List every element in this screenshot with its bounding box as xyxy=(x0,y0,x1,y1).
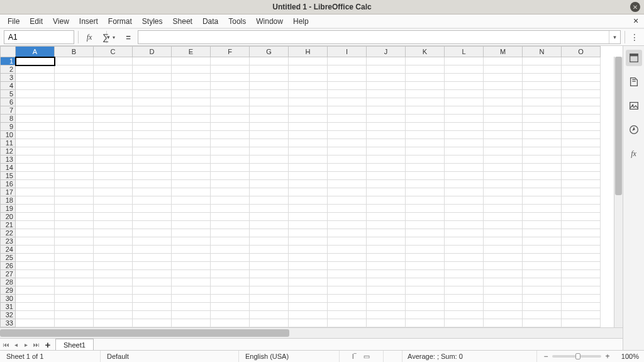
cell-E14[interactable] xyxy=(172,164,211,172)
cell-O23[interactable] xyxy=(562,237,601,246)
cell-C12[interactable] xyxy=(94,147,133,156)
status-selection-summary[interactable]: Average: ; Sum: 0 xyxy=(402,351,537,362)
cell-I25[interactable] xyxy=(328,254,367,262)
row-header-5[interactable]: 5 xyxy=(1,90,16,98)
cell-M17[interactable] xyxy=(484,188,523,196)
cell-J15[interactable] xyxy=(367,172,406,180)
spreadsheet-grid[interactable]: ABCDEFGHIJKLMNO1234567891011121314151617… xyxy=(0,46,623,327)
cell-J11[interactable] xyxy=(367,139,406,147)
cell-G3[interactable] xyxy=(250,74,289,82)
row-header-16[interactable]: 16 xyxy=(1,180,16,188)
cell-B3[interactable] xyxy=(55,74,94,82)
cell-K10[interactable] xyxy=(406,131,445,139)
cell-K16[interactable] xyxy=(406,180,445,188)
cell-G27[interactable] xyxy=(250,270,289,278)
cell-D28[interactable] xyxy=(133,278,172,286)
cell-K26[interactable] xyxy=(406,262,445,270)
cell-H28[interactable] xyxy=(289,278,328,286)
cell-L15[interactable] xyxy=(445,172,484,180)
cell-O8[interactable] xyxy=(562,115,601,123)
cell-H30[interactable] xyxy=(289,295,328,303)
cell-J17[interactable] xyxy=(367,188,406,196)
cell-G7[interactable] xyxy=(250,106,289,115)
cell-F24[interactable] xyxy=(211,246,250,254)
cell-N22[interactable] xyxy=(523,229,562,237)
cell-A28[interactable] xyxy=(16,278,55,286)
cell-E9[interactable] xyxy=(172,123,211,131)
cell-J5[interactable] xyxy=(367,90,406,98)
row-header-28[interactable]: 28 xyxy=(1,278,16,286)
cell-J32[interactable] xyxy=(367,311,406,319)
cell-B18[interactable] xyxy=(55,196,94,205)
cell-E5[interactable] xyxy=(172,90,211,98)
cell-O21[interactable] xyxy=(562,221,601,229)
cell-H21[interactable] xyxy=(289,221,328,229)
cell-J19[interactable] xyxy=(367,205,406,213)
cell-F1[interactable] xyxy=(211,57,250,65)
cell-A10[interactable] xyxy=(16,131,55,139)
cell-O30[interactable] xyxy=(562,295,601,303)
cell-L31[interactable] xyxy=(445,303,484,311)
cell-H8[interactable] xyxy=(289,115,328,123)
cell-L4[interactable] xyxy=(445,82,484,90)
cell-H12[interactable] xyxy=(289,147,328,156)
zoom-percentage[interactable]: 100% xyxy=(616,353,644,360)
cell-F33[interactable] xyxy=(211,319,250,327)
cell-J2[interactable] xyxy=(367,65,406,74)
cell-N15[interactable] xyxy=(523,172,562,180)
cell-K5[interactable] xyxy=(406,90,445,98)
cell-L18[interactable] xyxy=(445,196,484,205)
cell-D33[interactable] xyxy=(133,319,172,327)
column-header-N[interactable]: N xyxy=(523,47,562,57)
cell-E10[interactable] xyxy=(172,131,211,139)
cell-F11[interactable] xyxy=(211,139,250,147)
cell-D9[interactable] xyxy=(133,123,172,131)
tab-nav-last[interactable]: ⏭ xyxy=(31,340,41,349)
cell-A22[interactable] xyxy=(16,229,55,237)
cell-K6[interactable] xyxy=(406,98,445,106)
cell-H10[interactable] xyxy=(289,131,328,139)
cell-I29[interactable] xyxy=(328,286,367,295)
cell-I26[interactable] xyxy=(328,262,367,270)
cell-H2[interactable] xyxy=(289,65,328,74)
row-header-12[interactable]: 12 xyxy=(1,147,16,156)
row-header-24[interactable]: 24 xyxy=(1,246,16,254)
cell-O17[interactable] xyxy=(562,188,601,196)
cell-J27[interactable] xyxy=(367,270,406,278)
cell-E30[interactable] xyxy=(172,295,211,303)
cell-B27[interactable] xyxy=(55,270,94,278)
cell-D16[interactable] xyxy=(133,180,172,188)
cell-B25[interactable] xyxy=(55,254,94,262)
cell-K23[interactable] xyxy=(406,237,445,246)
close-document-button[interactable]: ✕ xyxy=(631,16,640,25)
row-header-11[interactable]: 11 xyxy=(1,139,16,147)
cell-A6[interactable] xyxy=(16,98,55,106)
cell-K33[interactable] xyxy=(406,319,445,327)
cell-G18[interactable] xyxy=(250,196,289,205)
cell-M20[interactable] xyxy=(484,213,523,221)
cell-A34[interactable] xyxy=(16,327,55,328)
cell-D11[interactable] xyxy=(133,139,172,147)
menu-sheet[interactable]: Sheet xyxy=(168,15,197,28)
cell-M11[interactable] xyxy=(484,139,523,147)
row-header-21[interactable]: 21 xyxy=(1,221,16,229)
zoom-out-button[interactable]: − xyxy=(542,352,550,361)
cell-K3[interactable] xyxy=(406,74,445,82)
cell-I21[interactable] xyxy=(328,221,367,229)
cell-A16[interactable] xyxy=(16,180,55,188)
cell-E7[interactable] xyxy=(172,106,211,115)
cell-O5[interactable] xyxy=(562,90,601,98)
cell-H26[interactable] xyxy=(289,262,328,270)
column-header-E[interactable]: E xyxy=(172,47,211,57)
cell-K9[interactable] xyxy=(406,123,445,131)
window-close-button[interactable]: ✕ xyxy=(630,2,640,12)
cell-G4[interactable] xyxy=(250,82,289,90)
cell-C23[interactable] xyxy=(94,237,133,246)
toolbar-overflow-button[interactable]: ⋮ xyxy=(629,32,640,42)
cell-I3[interactable] xyxy=(328,74,367,82)
cell-N9[interactable] xyxy=(523,123,562,131)
cell-F30[interactable] xyxy=(211,295,250,303)
cell-H29[interactable] xyxy=(289,286,328,295)
cell-N32[interactable] xyxy=(523,311,562,319)
cell-C2[interactable] xyxy=(94,65,133,74)
